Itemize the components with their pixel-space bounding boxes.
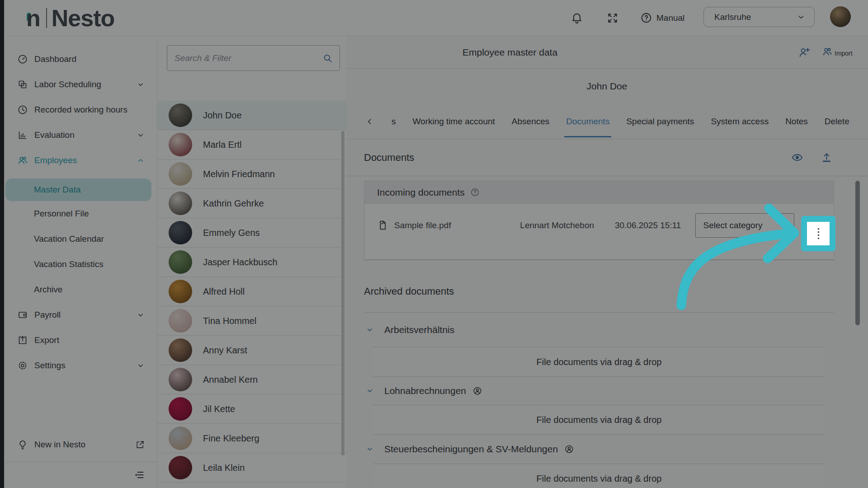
kebab-dot xyxy=(818,231,819,233)
kebab-dot xyxy=(818,228,819,230)
dim-overlay xyxy=(0,0,868,488)
highlighted-overflow-menu-button[interactable] xyxy=(801,216,835,251)
kebab-dot xyxy=(818,238,819,239)
kebab-dot xyxy=(818,235,819,236)
